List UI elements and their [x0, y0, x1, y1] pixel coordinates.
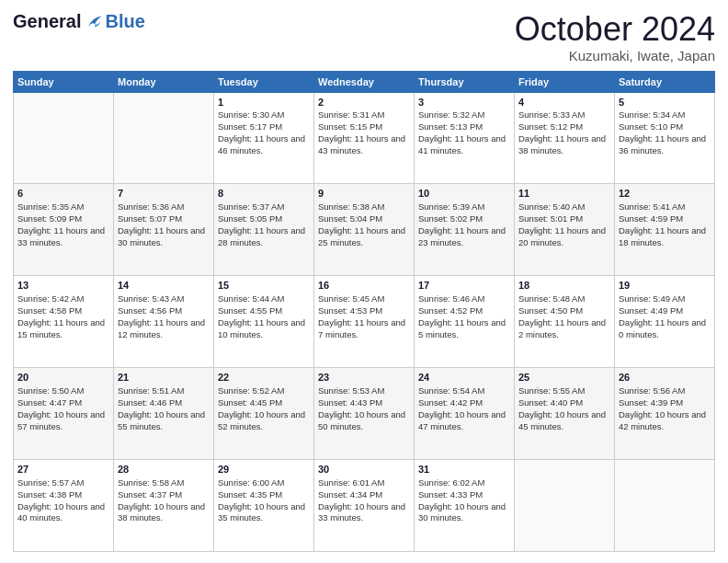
day-info: Daylight: 10 hours and 47 minutes.	[418, 409, 510, 433]
table-row	[615, 460, 715, 552]
day-info: Daylight: 11 hours and 2 minutes.	[518, 317, 610, 341]
day-info: Daylight: 11 hours and 28 minutes.	[218, 225, 310, 249]
day-info: Sunrise: 5:49 AM	[619, 293, 711, 305]
calendar-week-row: 6Sunrise: 5:35 AMSunset: 5:09 PMDaylight…	[14, 184, 715, 276]
day-number: 27	[17, 463, 109, 477]
day-info: Sunrise: 5:56 AM	[619, 385, 711, 397]
calendar-header-row: Sunday Monday Tuesday Wednesday Thursday…	[14, 71, 715, 92]
day-info: Sunset: 4:37 PM	[118, 489, 210, 501]
day-info: Daylight: 10 hours and 42 minutes.	[619, 409, 711, 433]
day-number: 28	[118, 463, 210, 477]
day-info: Sunrise: 5:34 AM	[619, 109, 711, 121]
day-info: Sunrise: 5:53 AM	[318, 385, 410, 397]
day-info: Daylight: 10 hours and 35 minutes.	[218, 501, 310, 525]
day-info: Sunset: 5:17 PM	[218, 121, 310, 133]
table-row	[114, 92, 214, 184]
day-info: Daylight: 10 hours and 45 minutes.	[518, 409, 610, 433]
day-number: 26	[619, 371, 711, 385]
day-info: Sunrise: 5:32 AM	[418, 109, 510, 121]
day-info: Sunrise: 5:55 AM	[518, 385, 610, 397]
calendar-week-row: 1Sunrise: 5:30 AMSunset: 5:17 PMDaylight…	[14, 92, 715, 184]
month-title: October 2024	[515, 11, 715, 48]
day-info: Daylight: 11 hours and 0 minutes.	[619, 317, 711, 341]
day-info: Sunset: 4:46 PM	[118, 397, 210, 409]
logo-bird-icon	[83, 12, 103, 32]
table-row: 10Sunrise: 5:39 AMSunset: 5:02 PMDayligh…	[415, 184, 515, 276]
day-number: 24	[418, 371, 510, 385]
day-number: 23	[318, 371, 410, 385]
day-info: Sunrise: 5:46 AM	[418, 293, 510, 305]
table-row: 18Sunrise: 5:48 AMSunset: 4:50 PMDayligh…	[515, 276, 615, 368]
table-row: 13Sunrise: 5:42 AMSunset: 4:58 PMDayligh…	[14, 276, 114, 368]
table-row: 25Sunrise: 5:55 AMSunset: 4:40 PMDayligh…	[515, 368, 615, 460]
table-row: 28Sunrise: 5:58 AMSunset: 4:37 PMDayligh…	[114, 460, 214, 552]
day-number: 15	[218, 279, 310, 293]
day-info: Daylight: 10 hours and 33 minutes.	[318, 501, 410, 525]
table-row: 23Sunrise: 5:53 AMSunset: 4:43 PMDayligh…	[314, 368, 415, 460]
day-number: 18	[518, 279, 610, 293]
day-info: Sunset: 4:49 PM	[619, 305, 711, 317]
table-row: 16Sunrise: 5:45 AMSunset: 4:53 PMDayligh…	[314, 276, 415, 368]
day-number: 9	[318, 187, 410, 201]
header-saturday: Saturday	[615, 71, 715, 92]
day-number: 14	[118, 279, 210, 293]
day-number: 7	[118, 187, 210, 201]
day-number: 13	[17, 279, 109, 293]
day-number: 2	[318, 96, 410, 109]
day-info: Daylight: 11 hours and 33 minutes.	[17, 225, 109, 249]
day-info: Daylight: 10 hours and 50 minutes.	[318, 409, 410, 433]
table-row: 17Sunrise: 5:46 AMSunset: 4:52 PMDayligh…	[415, 276, 515, 368]
day-info: Sunset: 4:40 PM	[518, 397, 610, 409]
day-info: Sunrise: 5:58 AM	[118, 477, 210, 489]
table-row: 24Sunrise: 5:54 AMSunset: 4:42 PMDayligh…	[415, 368, 515, 460]
day-info: Sunrise: 6:00 AM	[218, 477, 310, 489]
calendar-table: Sunday Monday Tuesday Wednesday Thursday…	[13, 71, 715, 552]
day-info: Sunrise: 5:42 AM	[17, 293, 109, 305]
day-info: Daylight: 10 hours and 55 minutes.	[118, 409, 210, 433]
day-info: Daylight: 10 hours and 57 minutes.	[17, 409, 109, 433]
day-info: Sunrise: 6:02 AM	[418, 477, 510, 489]
day-info: Sunrise: 5:35 AM	[17, 201, 109, 213]
header-thursday: Thursday	[415, 71, 515, 92]
day-number: 25	[518, 371, 610, 385]
day-info: Daylight: 11 hours and 18 minutes.	[619, 225, 711, 249]
table-row: 8Sunrise: 5:37 AMSunset: 5:05 PMDaylight…	[214, 184, 314, 276]
day-info: Daylight: 11 hours and 7 minutes.	[318, 317, 410, 341]
calendar-week-row: 20Sunrise: 5:50 AMSunset: 4:47 PMDayligh…	[14, 368, 715, 460]
day-info: Sunset: 4:55 PM	[218, 305, 310, 317]
day-number: 30	[318, 463, 410, 477]
table-row: 19Sunrise: 5:49 AMSunset: 4:49 PMDayligh…	[615, 276, 715, 368]
day-info: Daylight: 11 hours and 41 minutes.	[418, 133, 510, 157]
day-info: Sunset: 4:59 PM	[619, 213, 711, 225]
table-row: 12Sunrise: 5:41 AMSunset: 4:59 PMDayligh…	[615, 184, 715, 276]
table-row: 31Sunrise: 6:02 AMSunset: 4:33 PMDayligh…	[415, 460, 515, 552]
day-info: Daylight: 11 hours and 15 minutes.	[17, 317, 109, 341]
day-info: Sunrise: 5:31 AM	[318, 109, 410, 121]
day-info: Sunrise: 5:51 AM	[118, 385, 210, 397]
day-info: Sunset: 4:47 PM	[17, 397, 109, 409]
day-info: Sunset: 5:05 PM	[218, 213, 310, 225]
day-info: Sunrise: 5:40 AM	[518, 201, 610, 213]
table-row: 26Sunrise: 5:56 AMSunset: 4:39 PMDayligh…	[615, 368, 715, 460]
day-info: Sunset: 5:12 PM	[518, 121, 610, 133]
table-row: 21Sunrise: 5:51 AMSunset: 4:46 PMDayligh…	[114, 368, 214, 460]
day-info: Sunset: 4:43 PM	[318, 397, 410, 409]
header: General Blue October 2024 Kuzumaki, Iwat…	[13, 11, 715, 63]
day-info: Sunset: 5:13 PM	[418, 121, 510, 133]
day-info: Sunrise: 5:41 AM	[619, 201, 711, 213]
header-friday: Friday	[515, 71, 615, 92]
table-row: 15Sunrise: 5:44 AMSunset: 4:55 PMDayligh…	[214, 276, 314, 368]
day-info: Sunrise: 6:01 AM	[318, 477, 410, 489]
table-row: 3Sunrise: 5:32 AMSunset: 5:13 PMDaylight…	[415, 92, 515, 184]
day-info: Sunrise: 5:45 AM	[318, 293, 410, 305]
table-row: 6Sunrise: 5:35 AMSunset: 5:09 PMDaylight…	[14, 184, 114, 276]
day-number: 8	[218, 187, 310, 201]
table-row: 5Sunrise: 5:34 AMSunset: 5:10 PMDaylight…	[615, 92, 715, 184]
table-row: 7Sunrise: 5:36 AMSunset: 5:07 PMDaylight…	[114, 184, 214, 276]
day-number: 12	[619, 187, 711, 201]
title-area: October 2024 Kuzumaki, Iwate, Japan	[515, 11, 715, 63]
day-info: Sunrise: 5:30 AM	[218, 109, 310, 121]
page: General Blue October 2024 Kuzumaki, Iwat…	[0, 0, 728, 563]
day-number: 19	[619, 279, 711, 293]
table-row: 22Sunrise: 5:52 AMSunset: 4:45 PMDayligh…	[214, 368, 314, 460]
